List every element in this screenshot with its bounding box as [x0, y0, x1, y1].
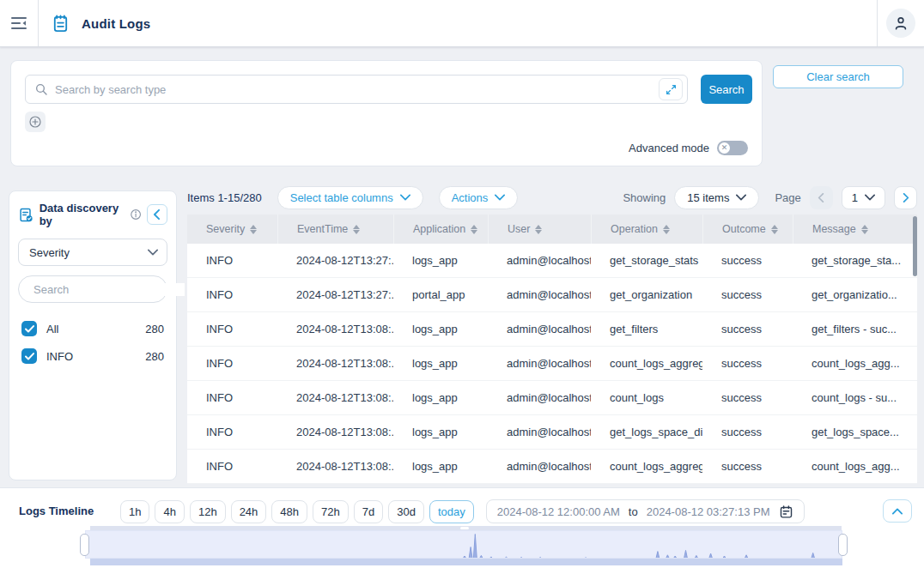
clear-search-button[interactable]: Clear search — [773, 65, 903, 88]
sort-icon — [861, 225, 868, 234]
info-icon[interactable] — [130, 208, 142, 221]
discovery-field-select[interactable]: Severity — [18, 239, 167, 266]
range-button[interactable]: 1h — [120, 500, 149, 523]
table-scrollbar[interactable] — [913, 216, 917, 276]
discovery-title: Data discovery by — [40, 202, 125, 227]
sort-icon — [663, 225, 670, 234]
expand-icon[interactable] — [659, 78, 683, 100]
table-row[interactable]: INFO 2024-08-12T13:08:... logs_app admin… — [187, 415, 917, 450]
search-input-wrap — [25, 75, 688, 104]
checkbox-checked[interactable] — [21, 348, 37, 364]
timeline-histogram — [86, 531, 842, 559]
collapse-sidebar-button[interactable] — [147, 204, 167, 225]
divider — [38, 0, 39, 46]
chevron-left-icon — [153, 209, 161, 220]
toggle-off-x-icon: ✕ — [719, 142, 730, 154]
range-button[interactable]: 48h — [271, 500, 307, 523]
table-row[interactable]: INFO 2024-08-12T13:27:... logs_app admin… — [187, 244, 917, 278]
sort-icon — [771, 225, 778, 234]
table-header-row: Severity EventTime Application User Oper… — [187, 215, 917, 244]
sort-icon — [250, 225, 257, 234]
item-label: All — [46, 323, 58, 335]
column-header[interactable]: Severity — [187, 215, 277, 244]
item-count: 280 — [145, 350, 164, 363]
brush-handle-left[interactable] — [80, 534, 89, 556]
logs-table-area: Items 1-15/280 Select table columns Acti… — [187, 184, 917, 485]
selected-field: Severity — [29, 246, 70, 259]
sort-icon — [353, 225, 360, 234]
date-range-picker[interactable]: 2024-08-12 12:00:00 AM to 2024-08-12 03:… — [486, 499, 805, 523]
column-header[interactable]: Message — [793, 215, 917, 244]
timeline-brush-area[interactable] — [85, 530, 842, 559]
range-buttons: 1h4h12h24h48h72h7d30d — [120, 500, 424, 523]
sort-icon — [471, 225, 477, 234]
logs-timeline-panel: Logs Timeline 1h4h12h24h48h72h7d30d toda… — [0, 487, 924, 568]
date-to-label: to — [629, 505, 638, 518]
chevron-down-icon — [148, 249, 158, 256]
page-title: Audit Logs — [82, 16, 150, 31]
timeline-minimap-band[interactable] — [90, 559, 842, 565]
chevron-up-icon — [892, 508, 903, 515]
column-header[interactable]: EventTime — [277, 215, 393, 244]
sort-icon — [535, 225, 542, 234]
page-number-select[interactable]: 1 — [842, 186, 885, 209]
page-size-select[interactable]: 15 items — [674, 186, 759, 209]
list-item: All 280 — [18, 315, 167, 342]
range-button-today[interactable]: today — [429, 500, 474, 523]
search-icon — [34, 82, 48, 96]
date-from: 2024-08-12 12:00:00 AM — [497, 505, 620, 518]
actions-button[interactable]: Actions — [439, 186, 519, 209]
search-panel: Search Advanced mode ✕ — [10, 60, 763, 166]
date-to: 2024-08-12 03:27:13 PM — [647, 505, 770, 518]
range-button[interactable]: 12h — [190, 500, 226, 523]
discovery-search-input[interactable] — [33, 283, 185, 296]
prev-page-button[interactable] — [810, 186, 833, 209]
item-count: 280 — [145, 323, 164, 335]
range-button[interactable]: 72h — [313, 500, 349, 523]
table-row[interactable]: INFO 2024-08-12T13:08:... logs_app admin… — [187, 347, 917, 381]
table-body: INFO 2024-08-12T13:27:... logs_app admin… — [187, 244, 917, 484]
user-avatar[interactable] — [886, 9, 915, 38]
discovery-list: All 280 INFO 280 — [18, 315, 167, 370]
chevron-right-icon — [903, 193, 909, 202]
calendar-icon — [779, 505, 793, 519]
audit-logs-icon — [51, 14, 70, 33]
chevron-down-icon — [865, 194, 875, 201]
range-button[interactable]: 7d — [354, 500, 383, 523]
data-discovery-panel: Data discovery by Severity All 280 INFO … — [9, 190, 177, 480]
table-row[interactable]: INFO 2024-08-12T13:08:... logs_app admin… — [187, 312, 917, 347]
chevron-down-icon — [400, 194, 410, 201]
table-row[interactable]: INFO 2024-08-12T13:27:... portal_app adm… — [187, 278, 917, 312]
search-input[interactable] — [55, 83, 659, 96]
column-header[interactable]: User — [488, 215, 591, 244]
table-row[interactable]: INFO 2024-08-12T13:08:... logs_app admin… — [187, 450, 917, 484]
page-label: Page — [775, 191, 800, 204]
logs-table: Severity EventTime Application User Oper… — [187, 215, 917, 484]
range-button[interactable]: 24h — [231, 500, 267, 523]
item-label: INFO — [46, 350, 73, 363]
collapse-timeline-button[interactable] — [883, 499, 912, 523]
checkbox-checked[interactable] — [21, 321, 37, 336]
menu-fold-icon[interactable] — [0, 0, 38, 46]
column-header[interactable]: Operation — [591, 215, 702, 244]
select-columns-button[interactable]: Select table columns — [277, 186, 423, 209]
add-filter-icon[interactable] — [25, 112, 46, 132]
brush-handle-right[interactable] — [838, 534, 848, 556]
discovery-doc-icon — [18, 206, 34, 224]
column-header[interactable]: Application — [393, 215, 488, 244]
chevron-down-icon — [495, 194, 505, 201]
advanced-mode-toggle[interactable]: ✕ — [717, 141, 748, 155]
next-page-button[interactable] — [894, 186, 917, 209]
search-button[interactable]: Search — [701, 75, 752, 104]
range-button[interactable]: 30d — [388, 500, 424, 523]
advanced-mode-label: Advanced mode — [629, 142, 709, 154]
table-row[interactable]: INFO 2024-08-12T13:08:... logs_app admin… — [187, 381, 917, 415]
timeline-title: Logs Timeline — [19, 505, 94, 517]
range-button[interactable]: 4h — [155, 500, 184, 523]
top-bar: Audit Logs — [0, 0, 924, 47]
chevron-left-icon — [818, 193, 824, 202]
column-header[interactable]: Outcome — [702, 215, 793, 244]
chevron-down-icon — [736, 194, 746, 201]
items-count-label: Items 1-15/280 — [187, 191, 262, 204]
discovery-search-wrap — [18, 275, 167, 303]
